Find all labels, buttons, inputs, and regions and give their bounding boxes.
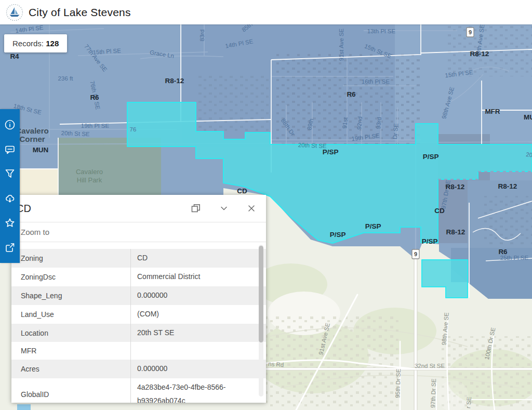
field-row: ZoningCD bbox=[11, 249, 266, 268]
map-zone-label: MUN bbox=[33, 146, 49, 154]
app-header: City of Lake Stevens bbox=[0, 0, 532, 24]
records-count: 128 bbox=[46, 39, 59, 48]
records-badge: Records: 128 bbox=[4, 34, 67, 52]
map-zone-label: MFR bbox=[485, 108, 500, 115]
map-zone-label: CD bbox=[434, 207, 445, 215]
field-label: Zoning bbox=[11, 249, 131, 268]
map-zone-label: R8-12 bbox=[446, 228, 466, 236]
map-street-label: 76 bbox=[130, 126, 137, 133]
favorites-button[interactable] bbox=[0, 213, 20, 233]
map-street-label: 20t bbox=[526, 151, 532, 158]
field-value: (COM) bbox=[131, 305, 266, 324]
cloud-download-icon bbox=[4, 193, 16, 204]
dock-icon bbox=[191, 204, 201, 213]
map-street-label: 236 ft bbox=[58, 75, 74, 82]
field-value: 20th ST SE bbox=[131, 324, 266, 342]
page-title: City of Lake Stevens bbox=[29, 6, 131, 19]
svg-text:9: 9 bbox=[469, 29, 472, 35]
map-street-label: 32nd St SE bbox=[415, 363, 445, 369]
map-place-label: CavaleroCorner bbox=[16, 126, 48, 143]
map-zone-label: P/SP bbox=[323, 148, 339, 156]
map-zone-label: R8-12 bbox=[498, 182, 517, 190]
map-street-label: 20th St SE bbox=[61, 130, 90, 137]
popup-scrollbar-thumb[interactable] bbox=[259, 246, 263, 342]
field-value: CD bbox=[131, 249, 266, 268]
share-export-icon bbox=[4, 242, 16, 253]
map-zone-label: P/SP bbox=[330, 231, 346, 239]
map-zone-label: P/SP bbox=[423, 153, 439, 161]
chevron-down-icon bbox=[220, 204, 228, 213]
info-button[interactable] bbox=[0, 114, 20, 135]
comment-icon bbox=[4, 143, 16, 155]
field-value: 0.000000 bbox=[131, 360, 266, 378]
map-street-label: 91st bbox=[341, 117, 349, 129]
field-row: Location20th ST SE bbox=[11, 324, 266, 342]
close-button[interactable] bbox=[247, 204, 256, 213]
field-label: Land_Use bbox=[11, 305, 131, 324]
map-zone-label: R8-12 bbox=[165, 77, 184, 85]
pond bbox=[17, 404, 31, 410]
map-street-label: 19th Pl SE bbox=[81, 123, 110, 129]
svg-text:m: m bbox=[446, 386, 460, 405]
map-zone-label: MUN bbox=[524, 113, 532, 121]
map-street-label: 91st Ave SE bbox=[338, 28, 344, 61]
field-label: Location bbox=[11, 324, 131, 342]
map-street-label: 16th Pl SE bbox=[362, 78, 390, 85]
field-label: Acres bbox=[11, 360, 131, 378]
field-row: MFR bbox=[11, 342, 266, 360]
field-value: Commercial District bbox=[131, 268, 266, 286]
field-label: MFR bbox=[11, 342, 131, 360]
collapse-button[interactable] bbox=[220, 204, 228, 213]
share-button[interactable] bbox=[0, 237, 20, 258]
field-label: GlobalID bbox=[11, 378, 131, 403]
map-street-label: 95th Dr SE bbox=[394, 368, 402, 398]
attribute-table: ZoningCDZoningDscCommercial DistrictShap… bbox=[11, 243, 266, 403]
map-toolbar bbox=[0, 109, 20, 263]
close-icon bbox=[247, 204, 256, 213]
field-value: 4a283be4-73e0-4fbe-8566-b93926ab074c bbox=[131, 378, 266, 403]
city-seal-logo bbox=[6, 4, 23, 21]
popup-scrollbar[interactable] bbox=[259, 245, 263, 396]
download-button[interactable] bbox=[0, 188, 20, 209]
map-zone-label: CD bbox=[237, 187, 247, 195]
map-street-label: 92nd bbox=[356, 116, 363, 130]
field-row: GlobalID4a283be4-73e0-4fbe-8566-b93926ab… bbox=[11, 378, 266, 403]
star-icon bbox=[4, 217, 16, 229]
field-row: Acres0.000000 bbox=[11, 360, 266, 378]
comment-button[interactable] bbox=[0, 139, 20, 160]
map-street-label: 93rd bbox=[375, 117, 382, 129]
map-street-label: ns Rd bbox=[268, 361, 284, 368]
zoom-to-action[interactable]: Zoom to bbox=[11, 222, 266, 242]
field-row: Shape_Leng0.000000 bbox=[11, 286, 266, 305]
info-icon bbox=[4, 119, 16, 130]
route-shield: 9 bbox=[467, 28, 474, 37]
field-value: 0.000000 bbox=[131, 286, 266, 305]
route-shield: 9 bbox=[412, 249, 419, 259]
map-zone-label: R6 bbox=[498, 248, 508, 256]
field-value bbox=[131, 342, 266, 360]
popup-title: CD bbox=[11, 203, 191, 215]
field-label: Shape_Leng bbox=[11, 286, 131, 305]
map-zone-label: R8-12 bbox=[446, 183, 465, 191]
map-street-label: 83rd bbox=[199, 29, 205, 41]
popup-header: CD bbox=[11, 195, 266, 222]
field-row: ZoningDscCommercial District bbox=[11, 268, 266, 286]
records-label: Records: bbox=[12, 39, 44, 48]
map-zone-label: R4 bbox=[10, 52, 19, 60]
map-street-label: 13th Pl SE bbox=[367, 28, 396, 34]
map-zone-label: P/SP bbox=[365, 222, 381, 230]
field-row: Land_Use(COM) bbox=[11, 305, 266, 324]
svg-text:9: 9 bbox=[414, 251, 417, 257]
field-label: ZoningDsc bbox=[11, 268, 131, 286]
map-zone-label: R6 bbox=[347, 90, 356, 98]
map-street-label: 97th Dr SE bbox=[430, 378, 437, 408]
map-zone-label: R6 bbox=[90, 94, 99, 101]
feature-popup: CD Zoom to ZoningCDZoningDscCommercial D… bbox=[11, 195, 266, 403]
map-zone-label: R8-12 bbox=[470, 50, 489, 58]
dock-button[interactable] bbox=[191, 204, 201, 213]
filter-icon bbox=[4, 168, 16, 179]
map-place-label: CavaleroHill Park bbox=[76, 168, 103, 184]
map-zone-label: P/SP bbox=[422, 237, 438, 245]
filter-button[interactable] bbox=[0, 163, 20, 184]
